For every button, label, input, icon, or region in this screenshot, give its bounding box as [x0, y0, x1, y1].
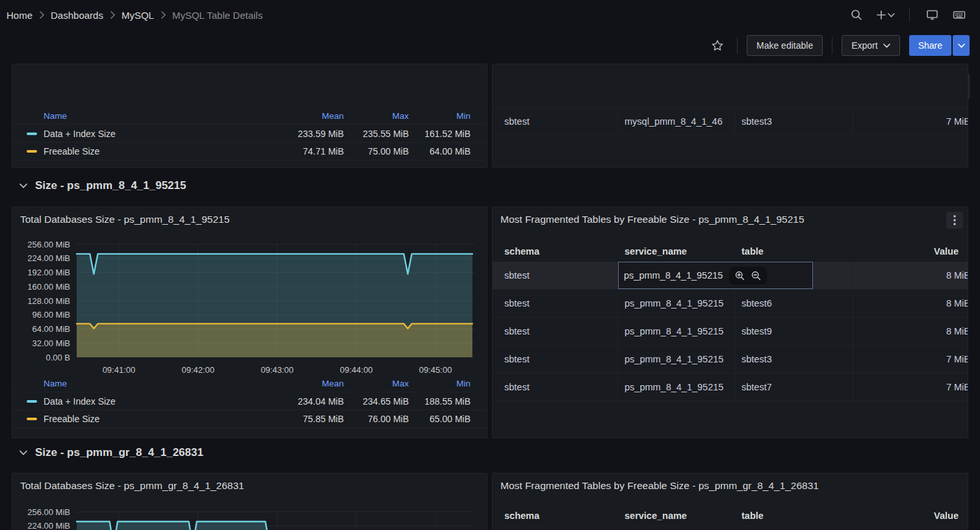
header-table[interactable]: table — [735, 511, 853, 521]
breadcrumb-mysql[interactable]: MySQL — [122, 10, 154, 21]
table-row: sbtest mysql_pmm_8_4_1_46 sbtest3 7 MiB — [493, 107, 968, 135]
series-color-swatch — [27, 418, 37, 420]
table-cell: sbtest7 — [735, 373, 853, 401]
service-name-cell-text: ps_pmm_8_4_1_95215 — [624, 270, 723, 281]
schema-cell: sbtest — [493, 318, 618, 345]
legend-header-max[interactable]: Max — [344, 111, 409, 121]
schema-cell: sbtest — [493, 262, 618, 289]
panel-total-databases-size-gr-26831: Total Databases Size - ps_pmm_gr_8_4_1_2… — [12, 473, 487, 530]
legend-header-name[interactable]: Name — [44, 379, 272, 388]
value-cell: 8 MiB — [853, 318, 968, 345]
header-schema[interactable]: schema — [493, 511, 618, 521]
legend-header-max[interactable]: Max — [344, 379, 409, 388]
total-size-time-series-chart[interactable]: 256.00 MiB224.00 MiB — [12, 502, 487, 530]
service-name-cell: ps_pmm_8_4_1_95215 — [618, 290, 735, 317]
share-button[interactable]: Share — [909, 35, 951, 56]
table-row: sbtest ps_pmm_8_4_1_95215 sbtest3 7 MiB — [493, 346, 968, 373]
total-size-time-series-chart[interactable]: 256.00 MiB224.00 MiB192.00 MiB160.00 MiB… — [12, 240, 487, 377]
breadcrumb-separator-icon — [161, 11, 166, 19]
header-value[interactable]: Value — [853, 511, 968, 521]
series-color-swatch — [27, 400, 37, 403]
value-cell: 8 MiB — [853, 290, 968, 317]
panel-title[interactable]: Most Fragmented Tables by Freeable Size … — [500, 214, 805, 225]
panel-menu-icon[interactable] — [946, 212, 963, 229]
legend-header-mean[interactable]: Mean — [272, 111, 344, 121]
export-button[interactable]: Export — [842, 35, 899, 56]
legend-row: Freeable Size 74.71 MiB 75.00 MiB 64.00 … — [12, 142, 487, 160]
legend-mean-value: 234.04 MiB — [272, 396, 344, 407]
legend-header-name[interactable]: Name — [44, 111, 272, 121]
keyboard-shortcuts-icon[interactable] — [949, 5, 970, 25]
header-value[interactable]: Value — [853, 246, 968, 257]
svg-text:128.00 MiB: 128.00 MiB — [27, 296, 70, 306]
kiosk-mode-icon[interactable] — [922, 5, 942, 25]
table-cell: sbtest3 — [735, 108, 853, 134]
header-table[interactable]: table — [735, 246, 853, 257]
search-icon[interactable] — [846, 5, 867, 25]
svg-text:96.00 MiB: 96.00 MiB — [32, 310, 70, 320]
top-nav: Home Dashboards MySQL MySQL Table Detail… — [0, 0, 980, 30]
header-schema[interactable]: schema — [493, 246, 618, 257]
table-header-row: schema service_name table Value — [493, 505, 968, 526]
legend-series-toggle[interactable]: Data + Index Size — [27, 396, 272, 407]
service-name-cell: ps_pmm_8_4_1_95215 — [618, 318, 735, 345]
panel-title[interactable]: Total Databases Size - ps_pmm_gr_8_4_1_2… — [20, 480, 244, 492]
svg-text:09:42:00: 09:42:00 — [181, 365, 214, 375]
legend-header-row: Name Mean Max Min — [12, 107, 487, 124]
new-dashboard-button[interactable] — [873, 10, 897, 20]
legend-series-toggle[interactable]: Freeable Size — [27, 146, 272, 157]
legend-header-min[interactable]: Min — [409, 379, 471, 388]
legend-table: Name Mean Max Min Data + Index Size 233.… — [12, 107, 487, 160]
schema-cell: sbtest — [493, 290, 618, 317]
header-service-name[interactable]: service_name — [618, 511, 735, 521]
grafana-mysql-table-details-dashboard: Home Dashboards MySQL MySQL Table Detail… — [0, 0, 980, 530]
chevron-down-icon — [888, 13, 895, 18]
legend-series-toggle[interactable]: Freeable Size — [27, 414, 272, 424]
fragmented-tables-table: sbtest mysql_pmm_8_4_1_46 sbtest3 7 MiB — [493, 107, 968, 135]
table-row: sbtest ps_pmm_8_4_1_95215 sbtest6 8 MiB — [493, 290, 968, 318]
top-nav-actions — [846, 5, 970, 25]
divider — [832, 37, 832, 54]
table-header-row: schema service_name table Value — [493, 241, 968, 262]
make-editable-button[interactable]: Make editable — [747, 35, 823, 56]
fragmented-tables-table: schema service_name table Value — [493, 505, 968, 526]
breadcrumb-home[interactable]: Home — [6, 10, 32, 21]
chevron-down-icon — [19, 450, 27, 455]
breadcrumb: Home Dashboards MySQL MySQL Table Detail… — [6, 10, 263, 21]
svg-text:256.00 MiB: 256.00 MiB — [27, 507, 70, 517]
svg-text:09:44:00: 09:44:00 — [340, 365, 373, 375]
section-header-size-95215[interactable]: Size - ps_pmm_8_4_1_95215 — [19, 179, 187, 192]
divider — [737, 37, 738, 54]
panel-title[interactable]: Total Databases Size - ps_pmm_8_4_1_9521… — [20, 214, 229, 225]
legend-header-min[interactable]: Min — [409, 111, 471, 121]
dashboard-content: Name Mean Max Min Data + Index Size 233.… — [0, 104, 980, 530]
panel-title[interactable]: Most Fragmented Tables by Freeable Size … — [500, 480, 819, 492]
chevron-down-icon — [19, 183, 27, 188]
favorite-star-icon[interactable] — [707, 35, 728, 56]
fragmented-tables-table: schema service_name table Value sbtest 8… — [493, 241, 968, 401]
svg-text:192.00 MiB: 192.00 MiB — [27, 268, 70, 277]
legend-series-name: Freeable Size — [44, 414, 99, 424]
legend-header-mean[interactable]: Mean — [272, 379, 344, 388]
divider — [909, 8, 910, 22]
legend-series-toggle[interactable]: Data + Index Size — [27, 129, 272, 139]
legend-header-row: Name Mean Max Min — [12, 375, 487, 392]
service-name-cell: ps_pmm_8_4_1_95215 — [618, 373, 735, 401]
svg-text:0.00 B: 0.00 B — [45, 353, 70, 362]
share-menu-caret-button[interactable] — [953, 35, 970, 56]
table-cell: sbtest9 — [735, 318, 853, 345]
table-row-hovered: sbtest 8 MiB ps_pmm_8_4_1_95215 — [493, 262, 968, 290]
series-color-swatch — [27, 150, 37, 153]
svg-text:224.00 MiB: 224.00 MiB — [27, 253, 70, 263]
filter-for-value-icon[interactable] — [735, 271, 745, 281]
legend-min-value: 64.00 MiB — [409, 146, 471, 157]
chevron-down-icon — [883, 44, 890, 48]
value-cell: 7 MiB — [853, 108, 968, 134]
panel-fragmented-tables-partial: sbtest mysql_pmm_8_4_1_46 sbtest3 7 MiB — [492, 64, 968, 168]
header-service-name[interactable]: service_name — [618, 246, 735, 257]
breadcrumb-dashboards[interactable]: Dashboards — [51, 10, 103, 21]
filter-out-value-icon[interactable] — [751, 271, 761, 281]
legend-max-value: 76.00 MiB — [344, 414, 409, 424]
section-header-size-gr-26831[interactable]: Size - ps_pmm_gr_8_4_1_26831 — [19, 446, 203, 459]
breadcrumb-separator-icon — [39, 11, 44, 19]
